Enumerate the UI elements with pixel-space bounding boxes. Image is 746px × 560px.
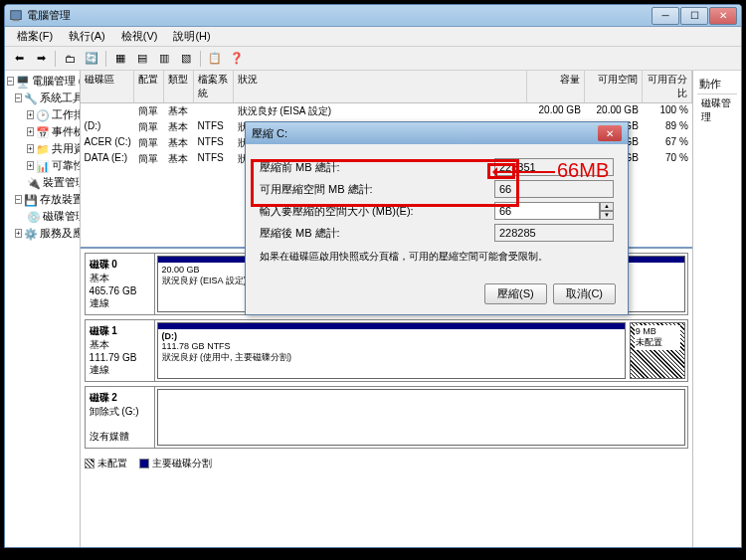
refresh-button[interactable]: 🔄 (82, 49, 101, 69)
col-cap[interactable]: 容量 (527, 71, 585, 102)
expand-icon[interactable]: + (27, 161, 34, 170)
expand-icon[interactable]: − (7, 77, 14, 86)
after-input (494, 224, 614, 242)
forward-button[interactable]: ➡ (31, 49, 51, 69)
spin-down-button[interactable]: ▼ (600, 211, 614, 220)
disk1-unalloc[interactable]: 9 MB未配置 (630, 322, 685, 379)
disk1-part0[interactable]: (D:)111.78 GB NTFS狀況良好 (使用中, 主要磁碟分割) (157, 322, 626, 379)
actions-diskmgmt[interactable]: 磁碟管理 (697, 94, 737, 126)
menu-file[interactable]: 檔案(F) (9, 27, 61, 46)
col-drive[interactable]: 磁碟區 (81, 71, 134, 102)
expand-icon[interactable]: + (27, 110, 34, 119)
shrink-dialog: 壓縮 C: ✕ 壓縮前 MB 總計: 可用壓縮空間 MB 總計: 輸入要壓縮的空… (245, 121, 629, 315)
help-button[interactable]: ❓ (227, 49, 247, 69)
toolbar: ⬅ ➡ 🗀 🔄 ▦ ▤ ▥ ▧ 📋 ❓ (5, 47, 741, 71)
disk-0-label: 磁碟 0 基本 465.76 GB 連線 (86, 254, 155, 314)
annotation-arrow (495, 171, 555, 173)
col-pct[interactable]: 可用百分比 (643, 71, 692, 102)
col-free[interactable]: 可用空間 (585, 71, 643, 102)
minimize-button[interactable]: ─ (652, 7, 679, 25)
menu-view[interactable]: 檢視(V) (113, 27, 166, 46)
nav-tree: −🖥️電腦管理 (本機) −🔧系統工具 +🕑工作排程器 +📅事件檢視器 +📁共用… (5, 71, 81, 547)
annotation-label: 66MB (557, 159, 609, 182)
volume-row[interactable]: 簡單基本狀況良好 (EISA 設定)20.00 GB20.00 GB100 % (81, 103, 692, 119)
disk-1: 磁碟 1 基本 111.79 GB 連線 (D:)111.78 GB NTFS狀… (85, 319, 688, 382)
close-button[interactable]: ✕ (709, 7, 737, 25)
col-fs[interactable]: 檔案系統 (194, 71, 234, 102)
actions-head: 動作 (697, 75, 737, 94)
maximize-button[interactable]: ☐ (680, 7, 708, 25)
col-layout[interactable]: 配置 (134, 71, 164, 102)
tree-root[interactable]: −🖥️電腦管理 (本機) (7, 73, 78, 90)
app-icon (9, 9, 23, 23)
tree-reliability[interactable]: +📊可靠性和效能 (27, 157, 78, 174)
svg-rect-1 (13, 19, 20, 21)
dialog-titlebar: 壓縮 C: ✕ (246, 122, 628, 144)
row-enter: 輸入要壓縮的空間大小 (MB)(E): ▲ ▼ (260, 202, 614, 220)
disk2-empty[interactable] (157, 389, 685, 446)
menu-help[interactable]: 說明(H) (165, 27, 218, 46)
dialog-title: 壓縮 C: (252, 126, 598, 141)
spin-up-button[interactable]: ▲ (600, 202, 614, 211)
shrink-button[interactable]: 壓縮(S) (484, 283, 547, 304)
col-type[interactable]: 類型 (164, 71, 194, 102)
view3-button[interactable]: ▥ (154, 49, 174, 69)
tree-systools[interactable]: −🔧系統工具 (15, 90, 78, 106)
disk-2: 磁碟 2 卸除式 (G:) 沒有媒體 (85, 386, 688, 449)
tree-diskmgmt[interactable]: 💿磁碟管理 (27, 208, 78, 225)
disk-1-label: 磁碟 1 基本 111.79 GB 連線 (86, 320, 155, 381)
disk-2-label: 磁碟 2 卸除式 (G:) 沒有媒體 (86, 387, 155, 448)
titlebar: 電腦管理 ─ ☐ ✕ (5, 5, 741, 27)
expand-icon[interactable]: + (27, 144, 34, 153)
view4-button[interactable]: ▧ (176, 49, 196, 69)
back-button[interactable]: ⬅ (9, 49, 29, 69)
up-button[interactable]: 🗀 (60, 49, 80, 69)
expand-icon[interactable]: − (15, 195, 22, 204)
window-title: 電腦管理 (27, 8, 651, 23)
dialog-close-button[interactable]: ✕ (598, 125, 622, 141)
view2-button[interactable]: ▤ (132, 49, 152, 69)
dialog-note: 如果在磁碟區啟用快照或分頁檔，可用的壓縮空間可能會受限制。 (260, 250, 614, 264)
tree-storage[interactable]: −💾存放裝置 (15, 191, 78, 208)
tree-shared[interactable]: +📁共用資料夾 (27, 140, 78, 157)
row-after: 壓縮後 MB 總計: (260, 224, 614, 242)
tree-eventviewer[interactable]: +📅事件檢視器 (27, 123, 78, 140)
actions-pane: 動作 磁碟管理 (693, 71, 741, 547)
cancel-button[interactable]: 取消(C) (553, 283, 616, 304)
tree-services[interactable]: +⚙️服務及應用程式 (15, 225, 78, 242)
menu-action[interactable]: 執行(A) (61, 27, 113, 46)
tree-devicemgr[interactable]: 🔌裝置管理員 (27, 174, 78, 191)
prop-button[interactable]: 📋 (205, 49, 225, 69)
tree-scheduler[interactable]: +🕑工作排程器 (27, 106, 78, 123)
view1-button[interactable]: ▦ (110, 49, 130, 69)
volume-header: 磁碟區 配置 類型 檔案系統 狀況 容量 可用空間 可用百分比 (81, 71, 692, 103)
menubar: 檔案(F) 執行(A) 檢視(V) 說明(H) (5, 27, 741, 47)
expand-icon[interactable]: − (15, 93, 22, 102)
legend: 未配置 主要磁碟分割 (81, 453, 692, 474)
col-status[interactable]: 狀況 (234, 71, 527, 102)
expand-icon[interactable]: + (15, 229, 22, 238)
svg-rect-0 (11, 10, 22, 19)
row-avail: 可用壓縮空間 MB 總計: (260, 180, 614, 198)
avail-input (494, 180, 614, 198)
expand-icon[interactable]: + (27, 127, 34, 136)
shrink-amount-input[interactable] (494, 202, 600, 220)
